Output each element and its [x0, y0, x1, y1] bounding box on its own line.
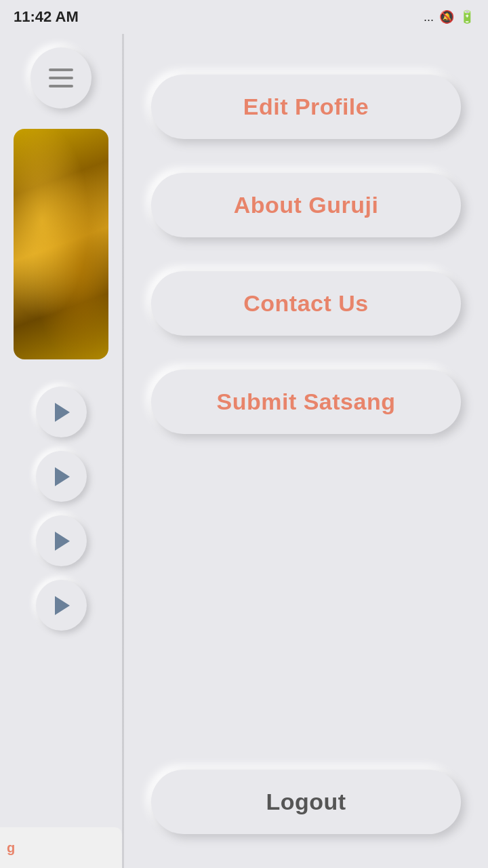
logout-button[interactable]: Logout: [151, 770, 461, 834]
edit-profile-label: Edit Profile: [243, 94, 369, 120]
bottom-teaser: g: [0, 827, 122, 868]
bottom-teaser-text: g: [7, 840, 15, 856]
about-guruji-button[interactable]: About Guruji: [151, 173, 461, 237]
play-icon-4: [55, 596, 70, 615]
status-time: 11:42 AM: [14, 8, 79, 26]
play-icon-1: [55, 403, 70, 422]
play-button-3[interactable]: [36, 515, 87, 566]
sidebar: [0, 34, 122, 868]
status-bar: 11:42 AM ... 🔕 🔋: [0, 0, 488, 34]
mute-icon: 🔕: [439, 9, 454, 24]
contact-us-button[interactable]: Contact Us: [151, 271, 461, 336]
logout-label: Logout: [266, 789, 346, 815]
hamburger-line-1: [49, 68, 73, 71]
logout-section: Logout: [124, 770, 488, 834]
hamburger-button[interactable]: [30, 47, 92, 108]
contact-us-label: Contact Us: [243, 290, 368, 317]
submit-satsang-button[interactable]: Submit Satsang: [151, 370, 461, 434]
thumbnail-image: [14, 129, 108, 359]
main-content: Edit Profile About Guruji Contact Us Sub…: [124, 34, 488, 868]
hamburger-line-2: [49, 77, 73, 79]
submit-satsang-label: Submit Satsang: [217, 389, 396, 415]
profile-thumbnail: [14, 129, 108, 359]
play-button-4[interactable]: [36, 580, 87, 631]
hamburger-line-3: [49, 85, 73, 87]
signal-icon: ...: [424, 10, 434, 24]
battery-icon: 🔋: [460, 9, 474, 24]
about-guruji-label: About Guruji: [234, 192, 379, 218]
play-button-2[interactable]: [36, 451, 87, 502]
play-button-1[interactable]: [36, 387, 87, 437]
play-icon-2: [55, 467, 70, 486]
play-buttons-list: [36, 387, 87, 631]
status-icons: ... 🔕 🔋: [424, 9, 474, 24]
edit-profile-button[interactable]: Edit Profile: [151, 75, 461, 139]
play-icon-3: [55, 532, 70, 551]
